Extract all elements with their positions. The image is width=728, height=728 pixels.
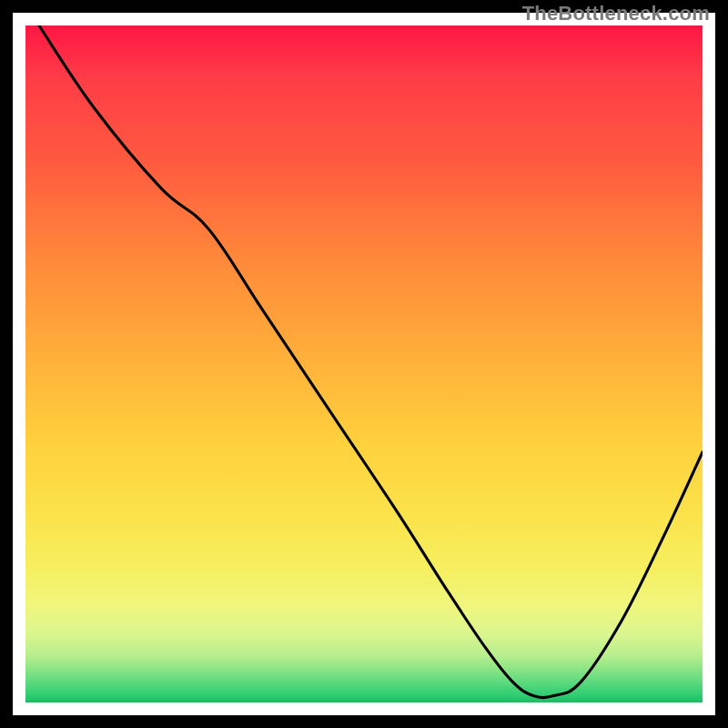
chart-frame <box>0 0 728 728</box>
curve-layer <box>25 25 703 703</box>
plot-area <box>25 25 703 703</box>
bottleneck-curve <box>39 25 703 698</box>
